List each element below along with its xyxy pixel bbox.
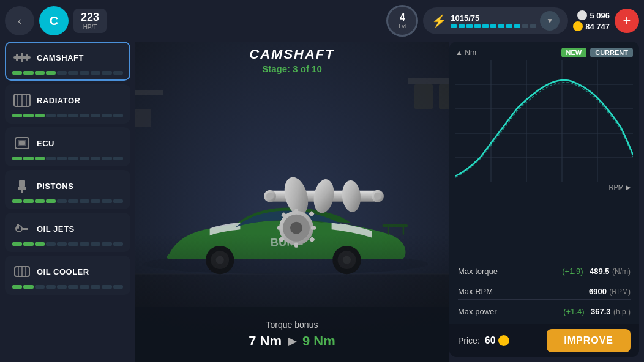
radiator-bars: [12, 114, 123, 117]
e-bar-10: [113, 157, 123, 160]
r-bar-9: [102, 114, 111, 117]
camshaft-bars: [12, 71, 123, 75]
header: ‹ C 223 HP/T 4 Lvl ⚡ 1015/75: [5, 5, 639, 37]
torque-chart: [455, 60, 633, 182]
p-bar-1: [12, 199, 22, 203]
sidebar-item-ecu[interactable]: ECU: [5, 127, 130, 166]
bar-6: [68, 71, 78, 75]
oj-bar-2: [23, 242, 33, 246]
player-badge: C: [39, 6, 69, 35]
svg-rect-51: [309, 211, 315, 217]
hp-value: 223: [81, 11, 99, 24]
ecu-icon: [12, 133, 32, 153]
stat-value-power: 367.3: [591, 307, 611, 316]
oj-bar-6: [68, 242, 78, 246]
radiator-label: RADIATOR: [37, 96, 80, 105]
energy-dot-10: [522, 24, 528, 28]
p-bar-4: [46, 199, 56, 203]
level-label: Lvl: [399, 23, 406, 29]
sidebar-item-camshaft[interactable]: CAMSHAFT: [5, 42, 130, 81]
r-bar-8: [91, 114, 100, 117]
stat-row-rpm: Max RPM 6900 (RPM): [458, 283, 631, 300]
energy-dropdown-button[interactable]: ▼: [540, 11, 560, 31]
oj-bar-3: [35, 242, 45, 246]
stat-row-torque: Max torque (+1.9) 489.5 (N/m): [458, 263, 631, 279]
r-bar-5: [57, 114, 67, 117]
svg-rect-16: [17, 224, 19, 229]
stat-unit-torque: (N/m): [612, 267, 631, 276]
stat-value-torque: 489.5: [590, 267, 610, 276]
svg-point-42: [341, 180, 362, 213]
bar-8: [91, 71, 100, 75]
oc-bar-6: [68, 285, 78, 289]
energy-dot-8: [506, 24, 512, 28]
improve-button[interactable]: IMPROVE: [547, 329, 631, 352]
oc-bar-2: [23, 285, 33, 289]
sidebar-item-oil-jets[interactable]: OIL JETS: [5, 213, 130, 252]
stat-unit-power: (h.p.): [613, 308, 631, 316]
gold-currency-row: 84 747: [573, 21, 610, 31]
currency-section: 5 096 84 747: [573, 10, 610, 31]
oj-bar-9: [102, 242, 111, 246]
sidebar: CAMSHAFT RADIATOR: [5, 42, 130, 357]
r-bar-4: [46, 114, 56, 117]
svg-rect-48: [277, 226, 282, 230]
energy-text: 1015/75: [451, 13, 536, 23]
svg-point-41: [311, 177, 336, 215]
sidebar-item-oil-cooler[interactable]: OIL COOLER: [5, 256, 130, 295]
e-bar-5: [57, 157, 67, 160]
gold-currency-value: 84 747: [585, 22, 610, 31]
torque-old-value: 7 Nm: [249, 333, 282, 349]
sidebar-item-pistons[interactable]: PISTONS: [5, 170, 130, 209]
camshaft-icon: [12, 48, 32, 67]
hp-label: HP/T: [83, 24, 97, 31]
oc-bar-3: [35, 285, 45, 289]
stat-unit-rpm: (RPM): [609, 287, 631, 296]
level-badge: 4 Lvl: [386, 5, 418, 37]
p-bar-9: [102, 199, 111, 203]
e-bar-9: [102, 157, 111, 160]
bar-10: [113, 71, 123, 75]
svg-rect-23: [408, 78, 449, 84]
price-coin-icon: [498, 335, 509, 346]
r-bar-1: [12, 114, 22, 117]
oc-bar-9: [102, 285, 111, 289]
oj-bar-1: [12, 242, 22, 246]
stat-value-rpm: 6900: [589, 287, 607, 296]
price-number: 60: [485, 335, 496, 346]
r-bar-3: [35, 114, 45, 117]
energy-dot-9: [514, 24, 520, 28]
oj-bar-7: [80, 242, 89, 246]
bar-4: [46, 71, 56, 75]
e-bar-6: [68, 157, 78, 160]
p-bar-7: [80, 199, 89, 203]
camshaft-image: [244, 133, 403, 256]
badge-new: NEW: [561, 48, 587, 57]
bar-9: [102, 71, 111, 75]
svg-rect-11: [19, 180, 25, 187]
energy-dot-5: [482, 24, 489, 28]
stat-bonus-power: (+1.4): [563, 307, 584, 316]
pistons-label: PISTONS: [37, 182, 73, 191]
svg-rect-12: [18, 187, 26, 190]
bar-2: [23, 71, 33, 75]
right-panel: ▲ Nm NEW CURRENT RPM: [449, 42, 639, 357]
e-bar-1: [12, 157, 22, 160]
bar-7: [80, 71, 89, 75]
part-stage: Stage: 3 of 10: [135, 64, 449, 74]
e-bar-2: [23, 157, 33, 160]
sidebar-item-radiator[interactable]: RADIATOR: [5, 84, 130, 124]
energy-dot-1: [451, 24, 457, 28]
torque-new-value: 9 Nm: [302, 333, 335, 349]
hp-display: 223 HP/T: [73, 9, 107, 33]
energy-bar-container: 1015/75: [451, 13, 536, 28]
energy-dot-4: [474, 24, 481, 28]
energy-dot-11: [530, 24, 536, 28]
add-currency-button[interactable]: +: [615, 9, 639, 33]
back-button[interactable]: ‹: [5, 6, 34, 35]
oil-jets-bars: [12, 242, 123, 246]
svg-rect-25: [439, 84, 449, 109]
bar-3: [35, 71, 45, 75]
r-bar-7: [80, 114, 89, 117]
stat-bonus-torque: (+1.9): [562, 267, 583, 276]
